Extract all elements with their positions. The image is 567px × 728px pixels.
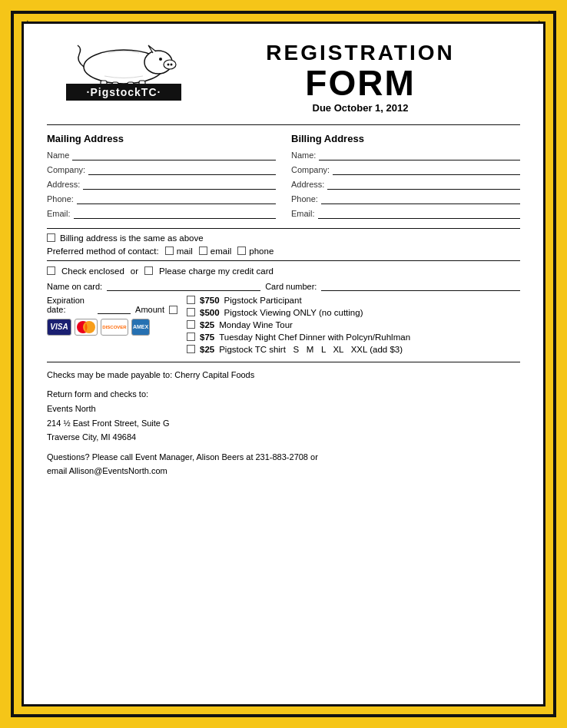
amex-icon: AMEX [131, 319, 150, 336]
preferred-email: email [199, 247, 231, 256]
preferred-phone: phone [237, 247, 274, 256]
billing-name-label: Name: [291, 151, 316, 160]
pig-illustration [62, 38, 185, 88]
card-name-row: Name on card: Card number: [47, 281, 520, 291]
svg-point-3 [167, 64, 170, 66]
billing-email-label: Email: [291, 209, 315, 218]
amount-3-value: $75 [200, 333, 214, 342]
preferred-phone-checkbox[interactable] [237, 247, 246, 255]
preferred-email-label: email [211, 247, 231, 256]
amounts-section: Expiration date: Amount VISA [47, 296, 520, 357]
footer-email: email Allison@EventsNorth.com [47, 465, 520, 478]
amount-2-value: $25 [200, 320, 214, 329]
billing-company-field: Company: [291, 165, 520, 175]
expiration-label: Expiration date: [47, 296, 93, 314]
amount-option-1: $500 Pigstock Viewing ONLY (no cutting) [187, 308, 520, 317]
name-on-card-input[interactable] [107, 281, 260, 291]
footer-address1: 214 ½ East Front Street, Suite G [47, 417, 520, 431]
amounts-divider [47, 362, 520, 362]
footer-questions: Questions? Please call Event Manager, Al… [47, 451, 520, 465]
amount-label: Amount [135, 305, 164, 314]
payable-to: Checks may be made payable to: Cherry Ca… [47, 369, 520, 382]
svg-point-11 [83, 321, 95, 333]
form-container: ·PigstockTC· REGISTRATION FORM Due Octob… [22, 22, 545, 706]
preferred-mail-checkbox[interactable] [165, 247, 174, 255]
amount-checkbox[interactable] [169, 306, 177, 314]
preferred-phone-label: phone [249, 247, 274, 256]
preferred-mail-label: mail [177, 247, 193, 256]
name-on-card-label: Name on card: [47, 282, 102, 291]
or-label: or [131, 266, 138, 276]
mailing-email-field: Email: [47, 209, 276, 219]
mailing-phone-field: Phone: [47, 194, 276, 204]
footer-address2: Traverse City, MI 49684 [47, 431, 520, 445]
return-label: Return form and checks to: [47, 388, 520, 402]
mailing-company-field: Company: [47, 165, 276, 175]
same-address-checkbox[interactable] [47, 233, 55, 242]
billing-phone-label: Phone: [291, 194, 318, 204]
amount-0-value: $750 [200, 296, 220, 305]
mailing-address-label: Address: [47, 180, 80, 189]
mailing-name-field: Name [47, 151, 276, 160]
amount-1-checkbox[interactable] [187, 308, 195, 316]
amount-1-value: $500 [200, 308, 220, 317]
svg-point-5 [159, 58, 162, 61]
mailing-address-col: Mailing Address Name Company: Address: P… [47, 133, 276, 223]
amount-2-desc: Monday Wine Tour [219, 320, 293, 329]
amount-1-desc: Pigstock Viewing ONLY (no cutting) [224, 308, 363, 317]
expiration-line [98, 313, 131, 314]
preferred-label: Preferred method of contact: [47, 247, 159, 256]
mailing-address-input[interactable] [83, 180, 276, 190]
billing-address-input[interactable] [327, 180, 520, 190]
check-enclosed-checkbox[interactable] [47, 266, 55, 275]
mailing-email-input[interactable] [74, 209, 276, 219]
discover-icon: DISCOVER [101, 319, 128, 336]
svg-point-4 [171, 64, 173, 66]
billing-phone-input[interactable] [321, 194, 520, 204]
amount-option-4: $25 Pigstock TC shirt S M L XL XXL (add … [187, 345, 520, 354]
amount-3-checkbox[interactable] [187, 333, 195, 341]
amount-option-3: $75 Tuesday Night Chef Dinner with Polcy… [187, 333, 520, 342]
billing-company-input[interactable] [333, 165, 520, 175]
preferred-email-checkbox[interactable] [199, 247, 207, 255]
amount-2-checkbox[interactable] [187, 320, 195, 329]
amount-4-desc: Pigstock TC shirt S M L XL XXL (add $3) [219, 345, 403, 354]
billing-address-col: Billing Address Name: Company: Address: … [291, 133, 520, 223]
same-address-row: Billing address is the same as above [47, 233, 520, 243]
footer-org: Events North [47, 402, 520, 416]
title-form: FORM [201, 65, 520, 101]
billing-email-input[interactable] [318, 209, 520, 219]
mailing-company-input[interactable] [88, 165, 276, 175]
amount-0-desc: Pigstock Participant [224, 296, 302, 305]
credit-card-checkbox[interactable] [144, 266, 153, 275]
amount-option-2: $25 Monday Wine Tour [187, 320, 520, 329]
mailing-name-input[interactable] [72, 151, 276, 160]
outer-border: ★ ★ ★ ★ [11, 11, 556, 717]
header: ·PigstockTC· REGISTRATION FORM Due Octob… [47, 38, 520, 114]
check-enclosed-label: Check enclosed [61, 266, 124, 276]
mailing-phone-input[interactable] [77, 194, 276, 204]
card-icons-row: VISA DISCOVER AMEX [47, 319, 177, 336]
amount-4-checkbox[interactable] [187, 345, 195, 353]
amount-3-desc: Tuesday Night Chef Dinner with Polcyn/Ru… [219, 333, 410, 342]
mailing-email-label: Email: [47, 209, 71, 218]
address-divider [47, 228, 520, 229]
payment-row: Check enclosed or Please charge my credi… [47, 266, 520, 276]
mailing-company-label: Company: [47, 165, 85, 174]
mailing-title: Mailing Address [47, 133, 276, 144]
visa-icon: VISA [47, 319, 71, 336]
preferred-mail: mail [165, 247, 193, 256]
card-number-input[interactable] [321, 281, 520, 291]
mailing-address-field: Address: [47, 180, 276, 190]
exp-amount-row: Expiration date: Amount [47, 296, 177, 314]
title-registration: REGISTRATION [201, 41, 520, 65]
billing-name-input[interactable] [319, 151, 520, 160]
amount-4-value: $25 [200, 345, 214, 354]
mailing-name-label: Name [47, 151, 69, 160]
billing-title: Billing Address [291, 133, 520, 144]
amount-0-checkbox[interactable] [187, 296, 195, 304]
billing-phone-field: Phone: [291, 194, 520, 204]
left-amounts: Expiration date: Amount VISA [47, 296, 177, 336]
preferred-contact-row: Preferred method of contact: mail email … [47, 247, 520, 256]
credit-card-label: Please charge my credit card [159, 266, 274, 276]
